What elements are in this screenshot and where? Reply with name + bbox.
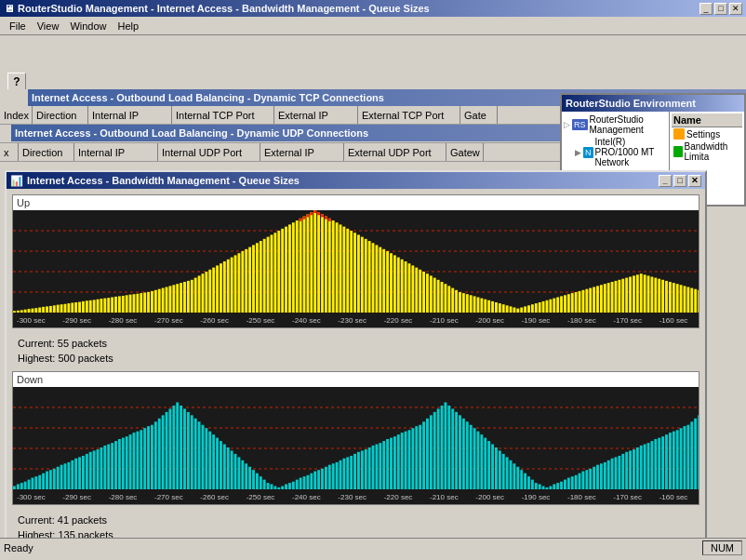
title-bar: 🖥 RouterStudio Management - Internet Acc… xyxy=(0,0,746,17)
app-icon: 🖥 xyxy=(4,3,14,14)
tree-item-root[interactable]: ▷ RS RouterStudio Management xyxy=(564,113,667,136)
menu-view[interactable]: View xyxy=(32,19,65,33)
bw-title-left: 📊 Internet Access - Bandwidth Management… xyxy=(10,175,300,187)
down-canvas xyxy=(13,387,699,489)
menu-window[interactable]: Window xyxy=(64,19,112,33)
bw-minimize-btn[interactable]: _ xyxy=(659,175,672,187)
down-label: Down xyxy=(13,372,699,387)
up-time-axis xyxy=(13,313,699,327)
col-external-tcp: External TCP Port xyxy=(358,106,460,124)
env-prop-header: Name xyxy=(672,113,742,127)
down-time-axis xyxy=(13,489,699,504)
col-internal-ip-udp: Internal IP xyxy=(74,143,158,161)
col-direction: Direction xyxy=(33,106,88,124)
bw-close-btn[interactable]: ✕ xyxy=(688,175,701,187)
col-x: x xyxy=(0,143,19,161)
menu-file[interactable]: File xyxy=(4,19,32,33)
status-bar: Ready NUM xyxy=(0,538,746,556)
col-external-ip-udp: External IP xyxy=(260,143,344,161)
bw-window-title: Internet Access - Bandwidth Management -… xyxy=(27,175,300,186)
env-prop-settings-label: Settings xyxy=(686,129,720,140)
main-area: ? Internet Access - Outbound Load Balanc… xyxy=(0,35,746,556)
up-highest: Highest: 500 packets xyxy=(12,351,699,366)
bw-maximize-btn[interactable]: □ xyxy=(673,175,686,187)
tree-label-network: Intel(R) PRO/1000 MT Network xyxy=(595,137,668,167)
col-internal-udp: Internal UDP Port xyxy=(158,143,260,161)
down-time-canvas xyxy=(15,489,699,504)
title-bar-text: 🖥 RouterStudio Management - Internet Acc… xyxy=(4,3,430,14)
tree-icon-network: N xyxy=(583,147,593,158)
tree-icon-root: RS xyxy=(572,119,588,130)
tree-expand-root: ▷ xyxy=(564,120,570,129)
help-button[interactable]: ? xyxy=(7,73,26,91)
status-ready: Ready xyxy=(4,542,702,553)
env-prop-settings[interactable]: Settings xyxy=(672,127,742,140)
tree-expand-network: ▶ xyxy=(575,148,581,157)
down-chart-area xyxy=(13,387,699,489)
col-internal-ip: Internal IP xyxy=(88,106,172,124)
up-current: Current: 55 packets xyxy=(12,336,699,351)
col-direction-udp: Direction xyxy=(19,143,74,161)
env-title: RouterStudio Environment xyxy=(562,95,744,112)
up-chart-area xyxy=(13,210,699,313)
col-gateway-udp: Gatew xyxy=(446,143,484,161)
title-bar-buttons: _ □ ✕ xyxy=(699,3,742,15)
up-canvas xyxy=(13,210,699,313)
menu-bar: File View Window Help xyxy=(0,17,746,35)
env-prop-bandwidth[interactable]: Bandwidth Limita xyxy=(672,140,742,163)
minimize-button[interactable]: _ xyxy=(699,3,713,15)
menu-help[interactable]: Help xyxy=(113,19,145,33)
bw-title: 📊 Internet Access - Bandwidth Management… xyxy=(7,172,705,189)
col-gate: Gate xyxy=(460,106,498,124)
down-current: Current: 41 packets xyxy=(12,513,699,527)
close-button[interactable]: ✕ xyxy=(729,3,742,15)
col-index: Index xyxy=(0,106,33,124)
bw-window-controls: _ □ ✕ xyxy=(659,175,701,187)
status-num: NUM xyxy=(702,540,742,555)
bw-window: 📊 Internet Access - Bandwidth Management… xyxy=(5,170,707,550)
up-time-canvas xyxy=(15,313,699,327)
col-external-udp: External UDP Port xyxy=(344,143,446,161)
tree-item-network[interactable]: ▶ N Intel(R) PRO/1000 MT Network xyxy=(564,136,667,168)
tree-label-root: RouterStudio Management xyxy=(590,114,667,135)
up-chart-section: Up xyxy=(12,194,699,328)
bw-window-icon: 📊 xyxy=(10,175,23,187)
maximize-button[interactable]: □ xyxy=(714,3,727,15)
env-prop-bandwidth-label: Bandwidth Limita xyxy=(685,141,740,162)
bw-content: Up Current: 55 packets Highest: 500 pack… xyxy=(7,189,705,548)
settings-icon xyxy=(673,128,685,140)
down-chart-section: Down xyxy=(12,371,699,505)
bandwidth-icon xyxy=(673,146,683,157)
col-internal-tcp: Internal TCP Port xyxy=(172,106,274,124)
col-external-ip: External IP xyxy=(274,106,358,124)
up-label: Up xyxy=(13,195,699,210)
